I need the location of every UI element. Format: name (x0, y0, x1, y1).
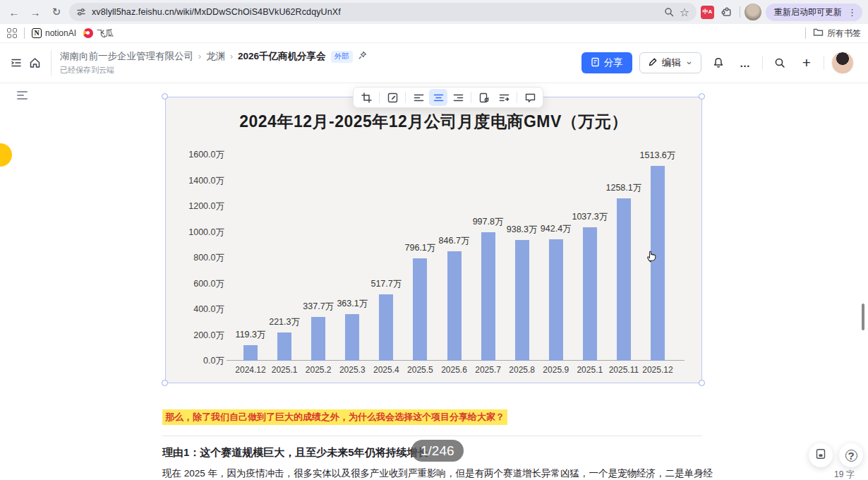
notifications-bell-icon[interactable] (709, 53, 728, 73)
url-text[interactable]: xv8lyll5haz.feishu.cn/wiki/MxDDwSChOiS4B… (92, 7, 658, 17)
zoom-icon[interactable] (664, 7, 674, 17)
user-avatar[interactable] (831, 52, 854, 74)
scrollbar-thumb[interactable] (862, 304, 864, 330)
save-status: 已经保存到云端 (60, 65, 367, 76)
x-axis-tick: 2025.2 (306, 365, 332, 375)
annotate-icon[interactable] (383, 89, 402, 106)
restart-update-chip[interactable]: 重新启动即可更新 ⋮ (766, 4, 862, 21)
selection-handle-bottom-right[interactable] (699, 380, 705, 386)
copy-link-icon[interactable] (475, 89, 493, 106)
bar-2025.5[interactable] (413, 258, 427, 361)
bar-2025.1[interactable] (583, 227, 597, 361)
chart-plot-area: 0.0万200.0万400.0万600.0万800.0万1000.0万1200.… (234, 155, 675, 361)
comment-icon[interactable] (521, 89, 539, 106)
body-paragraph: 现在 2025 年，因为疫情冲击，很多实体以及很多产业收到严重影响，但是有两个赛… (162, 466, 716, 480)
x-axis-tick: 2025.1 (577, 365, 603, 375)
x-axis-tick: 2025.4 (373, 365, 399, 375)
y-axis-tick: 800.0万 (193, 252, 224, 264)
toolbar-divider (471, 92, 471, 103)
bookmark-feigua[interactable]: 飞瓜 (83, 28, 114, 40)
extensions-puzzle-icon[interactable] (718, 4, 735, 20)
page-title[interactable]: 2026千亿商机分享会 (238, 50, 326, 63)
header-divider (762, 56, 763, 70)
bar-2025.1[interactable] (277, 332, 291, 361)
bar-value-label: 846.7万 (439, 235, 470, 247)
bookmark-star-icon[interactable]: ☆ (680, 6, 689, 19)
update-chip-label: 重新启动即可更新 (774, 6, 842, 18)
home-icon[interactable] (25, 54, 44, 72)
create-new-icon[interactable]: + (797, 53, 816, 73)
bar-value-label: 1258.1万 (606, 182, 642, 194)
align-left-icon[interactable] (409, 89, 428, 106)
tree-toggle-icon[interactable] (7, 54, 25, 72)
x-axis-tick: 2025.12 (642, 365, 673, 375)
bar-2025.2[interactable] (311, 317, 325, 361)
bar-2025.3[interactable] (345, 314, 359, 361)
y-axis-tick: 1400.0万 (188, 174, 224, 186)
x-axis-tick: 2025.7 (475, 365, 501, 375)
bar-value-label: 363.1万 (337, 298, 368, 310)
word-count: 19 字 (834, 469, 855, 480)
bar-value-label: 1513.6万 (640, 150, 676, 162)
forward-icon[interactable]: → (27, 4, 44, 20)
align-right-icon[interactable] (449, 89, 467, 106)
gmv-chart-image[interactable]: 2024年12月-2025年12月公司月度电商GMV（万元） 0.0万200.0… (165, 97, 702, 383)
pin-icon[interactable] (358, 51, 367, 62)
selection-handle-top-left[interactable] (162, 93, 168, 100)
bar-2025.11[interactable] (617, 198, 631, 361)
content-divider (162, 436, 702, 436)
bookmarks-divider (24, 28, 25, 39)
all-bookmarks-button[interactable]: 所有书签 (813, 28, 861, 40)
browser-toolbar: ← → ↻ xv8lyll5haz.feishu.cn/wiki/MxDDwSC… (0, 0, 868, 24)
bar-2025.9[interactable] (549, 239, 563, 361)
bar-value-label: 337.7万 (303, 301, 334, 313)
block-handle-icon[interactable] (17, 91, 28, 100)
bar-value-label: 119.3万 (236, 329, 266, 341)
y-axis-tick: 0.0万 (203, 355, 224, 367)
external-badge: 外部 (331, 51, 353, 63)
site-settings-icon[interactable] (76, 7, 86, 17)
share-button[interactable]: 分享 (581, 52, 632, 73)
bar-2024.12[interactable] (243, 345, 258, 361)
x-axis-tick: 2025.9 (543, 365, 569, 375)
bar-2025.8[interactable] (515, 240, 529, 361)
apps-grid-icon[interactable] (7, 28, 17, 38)
bookmark-notionai[interactable]: N notionAI (32, 28, 76, 38)
translate-extension-icon[interactable]: 中A (701, 6, 714, 19)
help-button[interactable]: ? (839, 443, 863, 467)
breadcrumb-item[interactable]: 龙渊 (206, 50, 225, 63)
edit-button[interactable]: 编辑 ⌄ (639, 52, 701, 73)
bar-2025.7[interactable] (481, 232, 495, 361)
minutes-record-button[interactable] (809, 443, 833, 467)
y-axis-tick: 1000.0万 (188, 226, 224, 238)
bar-value-label: 942.4万 (541, 223, 572, 235)
crop-icon[interactable] (357, 89, 375, 106)
folder-icon (813, 28, 824, 39)
image-toolbar (353, 87, 543, 108)
page-indicator: 1/246 (411, 440, 464, 462)
align-center-icon[interactable] (429, 89, 447, 106)
toolbar-divider (405, 92, 406, 103)
browser-profile-avatar[interactable] (745, 4, 761, 20)
selection-handle-bottom-left[interactable] (162, 380, 168, 386)
more-icon[interactable]: … (735, 53, 755, 73)
feishu-header: 湖南向前一步企业管理有限公司 › 龙渊 › 2026千亿商机分享会 外部 已经保… (0, 43, 868, 83)
back-icon[interactable]: ← (6, 4, 23, 20)
breadcrumb-separator: › (230, 52, 233, 61)
toolbar-divider (517, 92, 517, 103)
bar-value-label: 997.8万 (473, 216, 504, 228)
browser-menu-icon[interactable]: ⋮ (845, 7, 860, 18)
search-icon[interactable] (770, 53, 790, 73)
move-to-icon[interactable] (495, 89, 513, 106)
bar-2025.6[interactable] (447, 251, 462, 361)
refresh-icon[interactable]: ↻ (48, 4, 65, 20)
breadcrumb-item[interactable]: 湖南向前一步企业管理有限公司 (60, 50, 193, 63)
share-label: 分享 (604, 56, 623, 69)
y-axis-tick: 200.0万 (193, 329, 224, 341)
notion-icon: N (32, 28, 42, 38)
bar-2025.4[interactable] (379, 294, 393, 361)
selection-handle-top-right[interactable] (699, 93, 705, 100)
bar-value-label: 221.3万 (269, 316, 300, 328)
x-axis-tick: 2025.3 (339, 365, 366, 375)
address-bar[interactable]: xv8lyll5haz.feishu.cn/wiki/MxDDwSChOiS4B… (69, 3, 697, 21)
